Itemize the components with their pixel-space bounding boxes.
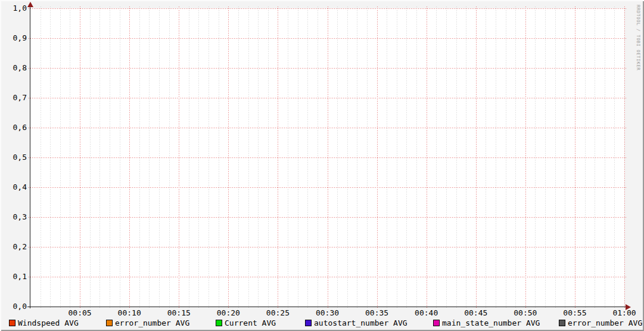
watermark: RRDTOOL / TOBI OETIKER <box>636 5 641 70</box>
y-tick-label: 0,2 <box>2 242 27 252</box>
grid-hline-major <box>29 68 627 69</box>
grid-hline-major <box>29 187 627 188</box>
grid-hline-major <box>29 217 627 218</box>
grid-hline-major <box>29 157 627 158</box>
y-axis-arrow-icon <box>27 2 33 7</box>
x-tick-label: 01:00 <box>606 309 642 317</box>
y-axis-line <box>30 5 30 308</box>
legend-swatch-icon <box>106 320 113 326</box>
grid-hline-major <box>29 8 627 9</box>
x-tick-label: 00:35 <box>359 309 395 317</box>
y-tick-label: 0,6 <box>2 123 27 132</box>
legend-item: error_number AVG <box>106 318 189 327</box>
y-tick-label: 0,8 <box>2 63 27 73</box>
x-tick-label: 00:45 <box>458 309 494 317</box>
x-tick-label: 00:30 <box>310 309 346 317</box>
x-tick-label: 00:20 <box>210 309 246 317</box>
grid-hline-major <box>29 277 627 277</box>
grid-hline-major <box>29 38 627 39</box>
legend-label: error_number AVG <box>115 318 189 327</box>
legend-item: autostart_number AVG <box>305 318 407 327</box>
legend-item: Current AVG <box>216 318 276 327</box>
x-tick-label: 00:25 <box>260 309 295 317</box>
legend-item: main_state_number AVG <box>433 318 540 327</box>
legend-swatch-icon <box>559 320 565 326</box>
x-tick-label: 00:55 <box>557 309 593 317</box>
y-tick-label: 1,0 <box>2 4 27 13</box>
legend-label: Current AVG <box>225 318 276 327</box>
legend-swatch-icon <box>305 320 312 326</box>
rrdtool-graph: 1,00,90,80,70,60,50,40,30,20,10,0 00:050… <box>0 0 644 331</box>
x-axis-line <box>27 307 626 307</box>
y-tick-label: 0,3 <box>2 212 27 222</box>
legend-swatch-icon <box>216 320 222 326</box>
legend-label: error_number AVG <box>568 318 642 327</box>
y-tick-label: 0,1 <box>2 272 27 281</box>
legend-label: autostart_number AVG <box>314 318 407 327</box>
grid-hline-major <box>29 247 627 248</box>
x-tick-label: 00:40 <box>409 309 444 317</box>
y-tick-label: 0,4 <box>2 182 27 192</box>
legend-swatch-icon <box>433 320 440 326</box>
y-tick-label: 0,9 <box>2 33 27 43</box>
legend-item: error_number AVG <box>559 318 642 327</box>
legend-swatch-icon <box>9 320 15 326</box>
x-tick-label: 00:05 <box>62 309 98 317</box>
legend-label: Windspeed AVG <box>18 318 79 327</box>
x-tick-label: 00:10 <box>111 309 147 317</box>
grid-hline-major <box>29 98 627 98</box>
grid-hline-major <box>29 128 627 128</box>
y-tick-label: 0,7 <box>2 93 27 103</box>
x-tick-label: 00:15 <box>161 309 197 317</box>
legend: Windspeed AVGerror_number AVGCurrent AVG… <box>0 318 644 327</box>
y-tick-label: 0,0 <box>2 302 27 311</box>
x-tick-label: 00:50 <box>508 309 543 317</box>
legend-label: main_state_number AVG <box>442 318 540 327</box>
legend-item: Windspeed AVG <box>9 318 79 327</box>
y-tick-label: 0,5 <box>2 153 27 162</box>
